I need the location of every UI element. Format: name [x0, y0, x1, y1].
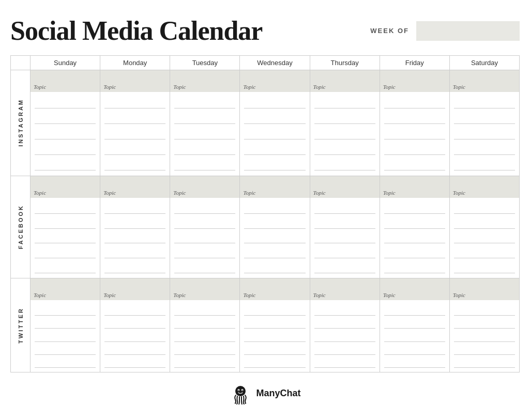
lines-area-instagram-5	[380, 92, 449, 176]
lines-area-twitter-6	[450, 300, 519, 372]
content-line	[454, 113, 515, 124]
topic-box-instagram-3[interactable]: Topic	[240, 70, 309, 92]
topic-box-facebook-0[interactable]: Topic	[31, 176, 100, 198]
day-column-instagram-6: Topic	[450, 70, 520, 176]
content-line	[35, 304, 96, 316]
lines-area-facebook-4	[310, 198, 380, 278]
content-line	[35, 356, 96, 368]
lines-area-twitter-4	[310, 300, 380, 372]
day-column-instagram-5: Topic	[380, 70, 450, 176]
content-line	[104, 159, 165, 170]
topic-label: Topic	[313, 190, 326, 196]
content-line	[384, 97, 445, 108]
platform-label-facebook: FACEBOOK	[18, 205, 24, 249]
topic-label: Topic	[383, 84, 396, 90]
topic-box-instagram-4[interactable]: Topic	[310, 70, 380, 92]
content-line	[454, 97, 515, 108]
content-line	[244, 331, 305, 342]
content-line	[454, 356, 515, 368]
content-line	[35, 331, 96, 342]
content-line	[35, 262, 96, 273]
footer-logo: ManyChat	[229, 382, 300, 405]
lines-area-instagram-0	[31, 92, 100, 176]
content-line	[35, 144, 96, 155]
content-line	[35, 113, 96, 124]
topic-label: Topic	[243, 190, 255, 196]
content-line	[104, 113, 165, 124]
day-column-twitter-4: Topic	[310, 278, 380, 372]
topic-label: Topic	[383, 190, 396, 196]
content-line	[174, 331, 235, 342]
topic-box-facebook-1[interactable]: Topic	[100, 176, 170, 198]
day-column-facebook-3: Topic	[240, 176, 310, 278]
lines-area-twitter-0	[31, 300, 100, 372]
calendar: Sunday Monday Tuesday Wednesday Thursday…	[10, 55, 520, 372]
content-line	[104, 217, 165, 229]
content-line	[384, 247, 445, 258]
content-line	[454, 159, 515, 170]
content-line	[454, 317, 515, 329]
content-line	[244, 317, 305, 329]
content-line	[244, 262, 305, 273]
svg-point-3	[238, 390, 239, 391]
content-line	[314, 262, 375, 273]
content-line	[454, 232, 515, 243]
day-column-facebook-6: Topic	[450, 176, 520, 278]
topic-box-facebook-2[interactable]: Topic	[170, 176, 239, 198]
topic-box-instagram-2[interactable]: Topic	[170, 70, 239, 92]
topic-label: Topic	[313, 292, 326, 298]
page-title: Social Media Calendar	[10, 15, 370, 46]
topic-label: Topic	[243, 84, 255, 90]
lines-area-twitter-3	[240, 300, 309, 372]
content-line	[244, 247, 305, 258]
lines-area-instagram-6	[450, 92, 519, 176]
topic-box-twitter-3[interactable]: Topic	[240, 278, 309, 300]
content-line	[244, 356, 305, 368]
lines-area-twitter-2	[170, 300, 239, 372]
lines-area-facebook-6	[450, 198, 519, 278]
week-of-label: WEEK OF	[370, 27, 409, 35]
day-column-twitter-0: Topic	[31, 278, 100, 372]
topic-box-twitter-1[interactable]: Topic	[100, 278, 170, 300]
topic-box-facebook-5[interactable]: Topic	[380, 176, 449, 198]
content-line	[35, 217, 96, 229]
day-header-wednesday: Wednesday	[240, 56, 310, 70]
day-column-instagram-3: Topic	[240, 70, 310, 176]
topic-label: Topic	[453, 292, 465, 298]
content-line	[454, 331, 515, 342]
topic-box-instagram-5[interactable]: Topic	[380, 70, 449, 92]
content-line	[174, 356, 235, 368]
content-line	[244, 217, 305, 229]
content-line	[384, 144, 445, 155]
lines-area-twitter-1	[100, 300, 170, 372]
content-line	[104, 344, 165, 355]
topic-label: Topic	[103, 292, 116, 298]
topic-box-twitter-4[interactable]: Topic	[310, 278, 380, 300]
topic-label: Topic	[173, 190, 186, 196]
topic-box-instagram-1[interactable]: Topic	[100, 70, 170, 92]
topic-box-twitter-6[interactable]: Topic	[450, 278, 519, 300]
topic-box-twitter-0[interactable]: Topic	[31, 278, 100, 300]
topic-box-instagram-6[interactable]: Topic	[450, 70, 519, 92]
topic-box-facebook-3[interactable]: Topic	[240, 176, 309, 198]
content-line	[314, 97, 375, 108]
content-line	[174, 159, 235, 170]
topic-label: Topic	[453, 84, 465, 90]
svg-point-0	[235, 386, 246, 396]
content-line	[244, 144, 305, 155]
content-line	[314, 304, 375, 316]
topic-box-twitter-5[interactable]: Topic	[380, 278, 449, 300]
lines-area-twitter-5	[380, 300, 449, 372]
content-line	[314, 128, 375, 139]
topic-box-facebook-6[interactable]: Topic	[450, 176, 519, 198]
week-of-input[interactable]	[416, 21, 520, 41]
topic-box-instagram-0[interactable]: Topic	[31, 70, 100, 92]
topic-box-facebook-4[interactable]: Topic	[310, 176, 380, 198]
svg-point-4	[242, 390, 243, 391]
topic-box-twitter-2[interactable]: Topic	[170, 278, 239, 300]
day-column-twitter-5: Topic	[380, 278, 450, 372]
content-line	[104, 232, 165, 243]
platform-label-instagram: INSTAGRAM	[18, 99, 24, 147]
content-line	[35, 232, 96, 243]
content-line	[314, 331, 375, 342]
